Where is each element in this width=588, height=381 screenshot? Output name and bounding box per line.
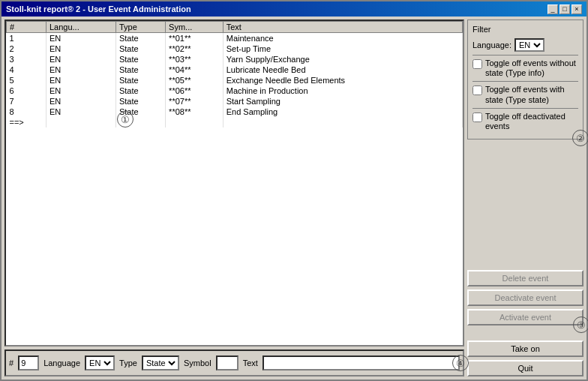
table-row[interactable]: 7ENState**07**Start Sampling xyxy=(7,96,463,106)
col-text: Text xyxy=(223,22,462,33)
cell-text: Set-up Time xyxy=(223,44,462,54)
form-type-label: Type xyxy=(119,358,137,368)
minimize-button[interactable]: _ xyxy=(548,4,558,14)
cell-text: Maintenance xyxy=(223,33,462,44)
cell-type: State xyxy=(116,54,165,64)
cell-num: 2 xyxy=(7,44,46,54)
table-row[interactable]: 4ENState**04**Lubricate Needle Bed xyxy=(7,64,463,75)
cell-lang: EN xyxy=(46,44,116,54)
cell-type: State xyxy=(116,106,165,117)
main-window: Stoll-knit report® 2 - User Event Admini… xyxy=(0,0,588,381)
cell-sym: **04** xyxy=(166,64,224,75)
cell-sym: **07** xyxy=(166,96,224,106)
cell-text: Machine in Production xyxy=(223,86,462,96)
gap xyxy=(467,330,584,336)
divider-3 xyxy=(472,108,578,109)
cell-num: 6 xyxy=(7,86,46,96)
right-panel: Filter Language: EN DE FR Toggle off eve… xyxy=(467,20,584,376)
language-label: Language: xyxy=(472,40,512,50)
toggle1-label: Toggle off events without state (Type in… xyxy=(485,58,578,78)
language-filter-row: Language: EN DE FR xyxy=(472,38,578,52)
bottom-form: # Language EN DE FR Type State Info Symb… xyxy=(4,350,464,376)
cell-lang: EN xyxy=(46,106,116,117)
cell-num: ==> xyxy=(7,117,46,128)
title-bar: Stoll-knit report® 2 - User Event Admini… xyxy=(2,2,586,16)
cell-num: 1 xyxy=(7,33,46,44)
table-row[interactable]: 3ENState**03**Yarn Supply/Exchange xyxy=(7,54,463,64)
quit-button[interactable]: Quit xyxy=(467,360,584,376)
cell-sym: **05** xyxy=(166,75,224,86)
event-table: # Langu... Type Sym... Text 1ENState**01… xyxy=(6,21,463,128)
cell-lang xyxy=(46,117,116,128)
form-num-label: # xyxy=(9,358,14,368)
cell-text: Exchange Needle Bed Elements xyxy=(223,75,462,86)
cell-num: 7 xyxy=(7,96,46,106)
form-text-input[interactable] xyxy=(262,356,460,370)
cell-lang: EN xyxy=(46,96,116,106)
cell-text: End Sampling xyxy=(223,106,462,117)
cell-lang: EN xyxy=(46,33,116,44)
table-row[interactable]: 1ENState**01**Maintenance xyxy=(7,33,463,44)
cell-type: State xyxy=(116,64,165,75)
col-type: Type xyxy=(116,22,165,33)
toggle2-label: Toggle off events with state (Type state… xyxy=(485,85,578,104)
activate-event-button[interactable]: Activate event xyxy=(467,309,584,326)
deactivate-event-button[interactable]: Deactivate event xyxy=(467,290,584,306)
toggle2-row: Toggle off events with state (Type state… xyxy=(472,85,578,104)
cell-type: State xyxy=(116,86,165,96)
form-text-label: Text xyxy=(243,358,258,368)
content-area: # Langu... Type Sym... Text 1ENState**01… xyxy=(2,16,586,380)
cell-type xyxy=(116,117,165,128)
cell-num: 8 xyxy=(7,106,46,117)
form-num-input[interactable] xyxy=(18,356,39,370)
form-lang-select[interactable]: EN DE FR xyxy=(85,356,115,370)
toggle1-checkbox[interactable] xyxy=(472,59,482,69)
cell-type: State xyxy=(116,75,165,86)
take-on-button[interactable]: Take on xyxy=(467,340,584,357)
cell-num: 5 xyxy=(7,75,46,86)
form-symbol-input[interactable] xyxy=(216,356,238,370)
table-row[interactable]: 8ENState**08**End Sampling xyxy=(7,106,463,117)
cell-type: State xyxy=(116,96,165,106)
cell-num: 4 xyxy=(7,64,46,75)
cell-sym: **01** xyxy=(166,33,224,44)
table-row[interactable]: 6ENState**06**Machine in Production xyxy=(7,86,463,96)
close-button[interactable]: × xyxy=(572,4,582,14)
table-row[interactable]: 2ENState**02**Set-up Time xyxy=(7,44,463,54)
language-select[interactable]: EN DE FR xyxy=(514,38,544,52)
cell-lang: EN xyxy=(46,64,116,75)
toggle3-label: Toggle off deactivated events xyxy=(485,112,578,131)
toggle1-row: Toggle off events without state (Type in… xyxy=(472,58,578,78)
form-type-select[interactable]: State Info xyxy=(142,356,179,370)
spacer xyxy=(467,144,584,266)
cell-sym: **02** xyxy=(166,44,224,54)
col-sym: Sym... xyxy=(166,22,224,33)
cell-lang: EN xyxy=(46,86,116,96)
cell-sym: **06** xyxy=(166,86,224,96)
col-num: # xyxy=(7,22,46,33)
cell-sym: **08** xyxy=(166,106,224,117)
cell-sym: **03** xyxy=(166,54,224,64)
window-title: Stoll-knit report® 2 - User Event Admini… xyxy=(6,4,191,14)
filter-section: Filter Language: EN DE FR Toggle off eve… xyxy=(467,20,584,140)
delete-event-button[interactable]: Delete event xyxy=(467,270,584,286)
cell-type: State xyxy=(116,33,165,44)
maximize-button[interactable]: □ xyxy=(560,4,570,14)
toggle2-checkbox[interactable] xyxy=(472,86,482,95)
cell-sym xyxy=(166,117,224,128)
table-row[interactable]: ==> xyxy=(7,117,463,128)
cell-type: State xyxy=(116,44,165,54)
cell-num: 3 xyxy=(7,54,46,64)
cell-text xyxy=(223,117,462,128)
left-panel: # Langu... Type Sym... Text 1ENState**01… xyxy=(4,20,464,376)
col-lang: Langu... xyxy=(46,22,116,33)
filter-title: Filter xyxy=(472,25,578,34)
table-row[interactable]: 5ENState**05**Exchange Needle Bed Elemen… xyxy=(7,75,463,86)
action-buttons: Delete event Deactivate event Activate e… xyxy=(467,270,584,326)
cell-lang: EN xyxy=(46,54,116,64)
bottom-buttons: Take on Quit xyxy=(467,340,584,376)
event-table-container[interactable]: # Langu... Type Sym... Text 1ENState**01… xyxy=(4,20,464,346)
divider-2 xyxy=(472,81,578,82)
divider-1 xyxy=(472,55,578,56)
toggle3-checkbox[interactable] xyxy=(472,112,482,122)
